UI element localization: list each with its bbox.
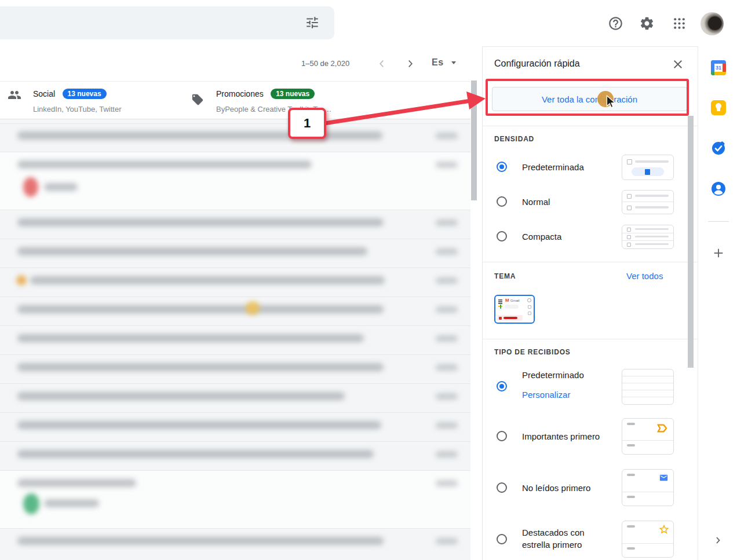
email-list-scrollbar-thumb[interactable] <box>471 80 477 200</box>
annotation-step-number: 1 <box>304 116 311 131</box>
panel-scrollbar-thumb[interactable] <box>688 116 694 368</box>
density-compact-label[interactable]: Compacta <box>522 232 561 241</box>
radio-inbox-unread-first[interactable] <box>497 482 507 493</box>
inbox-important-label[interactable]: Importantes primero <box>522 431 600 441</box>
avatar[interactable] <box>700 12 724 35</box>
mini-search-icon <box>527 298 531 302</box>
density-compact-thumbnail <box>622 225 674 249</box>
theme-thumb-label: Gmail <box>510 299 520 302</box>
radio-density-normal[interactable] <box>497 196 507 207</box>
panel-title: Configuración rápida <box>494 58 580 69</box>
inbox-starred-thumbnail <box>622 521 674 558</box>
mouse-cursor-icon <box>604 94 619 112</box>
annotation-highlight-rect <box>486 79 689 116</box>
tab-social-subtitle: LinkedIn, YouTube, Twitter <box>33 105 178 114</box>
radio-inbox-important-first[interactable] <box>497 431 507 441</box>
category-tabs-row <box>0 81 473 119</box>
lang-caret-icon <box>451 61 456 64</box>
newer-page-chevron-left-icon[interactable] <box>375 57 388 72</box>
tab-social-badge: 13 nuevas <box>63 89 107 99</box>
addons-sidebar <box>698 46 737 560</box>
calendar-icon[interactable]: 31 <box>711 60 726 75</box>
calendar-day-label: 31 <box>714 64 723 72</box>
promotions-tag-icon <box>191 93 204 108</box>
help-icon[interactable] <box>608 16 623 34</box>
keep-icon[interactable] <box>711 100 726 115</box>
tab-social-label: Social <box>33 89 55 98</box>
annotation-step-box: 1 <box>288 108 326 139</box>
density-section-title: DENSIDAD <box>494 135 534 143</box>
settings-gear-icon[interactable] <box>639 16 655 34</box>
radio-density-compact[interactable] <box>497 231 507 241</box>
input-language-selector[interactable]: Es <box>432 57 444 68</box>
density-normal-label[interactable]: Normal <box>522 197 550 207</box>
older-page-chevron-right-icon[interactable] <box>404 57 417 72</box>
inbox-customize-link[interactable]: Personalizar <box>522 390 570 400</box>
unread-envelope-icon <box>658 473 669 485</box>
radio-inbox-starred-first[interactable] <box>497 534 507 544</box>
density-default-label[interactable]: Predeterminada <box>522 162 584 172</box>
inbox-default-thumbnail <box>622 369 674 405</box>
hamburger-icon <box>498 299 502 301</box>
tab-social[interactable]: Social 13 nuevas <box>33 89 107 99</box>
search-filter-tune-icon[interactable] <box>305 15 320 32</box>
density-normal-thumbnail <box>622 190 674 214</box>
theme-see-all-link[interactable]: Ver todos <box>626 271 663 281</box>
contacts-icon[interactable] <box>711 181 726 199</box>
inbox-default-label[interactable]: Predeterminado <box>522 370 584 380</box>
close-icon[interactable] <box>671 57 686 72</box>
importance-marker-icon <box>656 423 669 435</box>
tab-promotions[interactable]: Promociones 13 nuevas <box>216 89 315 99</box>
pagination-count: 1–50 de 2,020 <box>301 59 349 68</box>
theme-thumbnail[interactable]: M Gmail <box>494 295 535 324</box>
theme-section-title: TEMA <box>494 272 516 280</box>
search-bar[interactable] <box>0 6 334 39</box>
star-icon <box>658 524 670 537</box>
gmail-m-logo: M <box>505 298 509 303</box>
tab-promotions-label: Promociones <box>216 89 264 98</box>
tab-promotions-subtitle: ByPeople & Creative Toolkit, Tra… <box>216 105 348 114</box>
attachment-doc-icon <box>645 169 650 175</box>
tasks-icon[interactable] <box>711 141 726 158</box>
inbox-unread-thumbnail <box>622 469 674 506</box>
inbox-starred-label[interactable]: Destacados con estrella primero <box>522 526 603 551</box>
inbox-important-thumbnail <box>622 418 674 455</box>
radio-inbox-default[interactable] <box>497 381 507 391</box>
plus-icon[interactable] <box>712 247 725 262</box>
collapse-chevron-right-icon[interactable] <box>712 535 724 548</box>
tab-promotions-badge: 13 nuevas <box>271 89 315 99</box>
density-default-thumbnail <box>622 155 674 180</box>
radio-density-default[interactable] <box>497 162 507 172</box>
inbox-unread-label[interactable]: No leídos primero <box>522 483 590 493</box>
apps-grid-icon[interactable] <box>672 16 687 33</box>
inbox-type-section-title: TIPO DE RECIBIDOS <box>494 348 571 356</box>
social-people-icon <box>8 88 21 104</box>
search-input[interactable] <box>0 17 239 30</box>
sidebar-divider <box>708 221 729 222</box>
